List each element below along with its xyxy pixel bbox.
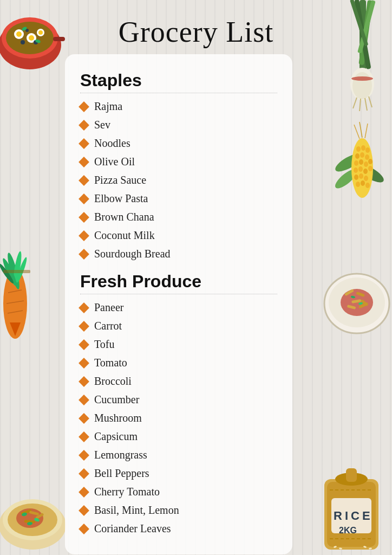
svg-point-59 [5,252,22,291]
svg-point-29 [332,166,360,191]
item-label: Coconut Milk [94,228,155,243]
svg-rect-83 [24,520,35,524]
svg-point-74 [351,295,356,298]
item-label: Paneer [94,300,123,315]
section-divider-staples [80,93,277,93]
list-item: Coriander Leaves [80,521,277,537]
svg-point-30 [351,138,373,198]
list-item: Bell Peppers [80,466,277,481]
svg-point-35 [360,152,364,158]
section-title-fresh-produce: Fresh Produce [80,272,277,292]
diamond-icon [79,321,89,332]
diamond-icon [79,431,89,442]
diamond-icon [79,358,89,369]
svg-rect-81 [21,509,32,515]
deco-rice-bag: RICE 2KG [316,457,387,555]
deco-corn [332,119,387,217]
list-item: Noodles [80,135,277,151]
svg-point-44 [368,166,373,171]
section-divider-fresh-produce [80,294,277,294]
list-item: Basil, Mint, Lemon [80,502,277,518]
list-item: Lemongrass [80,447,277,463]
svg-point-79 [8,504,57,536]
deco-pasta-plate [322,260,392,341]
svg-rect-71 [361,299,369,306]
svg-point-27 [333,150,364,175]
svg-rect-94 [331,498,371,533]
diamond-icon [79,175,89,186]
svg-point-38 [359,159,363,165]
svg-point-100 [369,547,372,550]
diamond-icon [79,395,89,405]
svg-point-62 [15,256,29,283]
svg-rect-89 [327,482,376,547]
item-label: Pizza Sauce [94,172,146,188]
item-label: Sourdough Bread [94,246,171,262]
item-label: Cherry Tomato [94,484,160,500]
svg-point-66 [329,278,385,327]
svg-point-48 [356,182,360,187]
diamond-icon [79,249,89,260]
list-item: Rajma [80,99,277,114]
svg-point-63 [0,263,15,285]
list-item: Cucumber [80,392,277,408]
diamond-icon [79,505,89,516]
svg-point-78 [3,499,62,540]
svg-point-20 [350,68,374,100]
svg-point-54 [3,268,27,339]
list-item: Capsicum [80,429,277,444]
item-label: Noodles [94,135,130,151]
svg-rect-88 [324,479,378,550]
svg-line-58 [8,311,23,313]
svg-point-77 [0,501,66,550]
svg-text:2KG: 2KG [339,526,357,535]
list-item: Tomato [80,355,277,371]
list-item: Mushroom [80,410,277,426]
main-card: Staples RajmaSevNoodlesOlive OilPizza Sa… [65,54,292,554]
diamond-icon [79,138,89,149]
staples-list: RajmaSevNoodlesOlive OilPizza SauceElbow… [80,99,277,262]
svg-point-36 [365,154,369,160]
diamond-icon [79,212,89,223]
svg-point-97 [334,546,337,548]
item-label: Coriander Leaves [94,521,171,537]
svg-point-90 [335,473,368,486]
deco-carrot [0,228,38,347]
item-label: Carrot [94,318,122,334]
svg-point-76 [324,274,389,333]
svg-rect-69 [356,292,365,297]
diamond-icon [79,468,89,479]
svg-point-32 [361,145,365,151]
diamond-icon [79,101,89,112]
list-item: Pizza Sauce [80,172,277,188]
item-label: Tofu [94,337,114,352]
svg-point-33 [365,147,370,153]
svg-line-57 [6,301,24,304]
svg-point-21 [352,72,372,99]
svg-point-42 [358,166,363,172]
svg-point-86 [34,517,40,522]
svg-rect-82 [29,511,40,515]
diamond-icon [79,120,89,131]
svg-line-22 [353,98,357,108]
item-label: Broccoli [94,373,132,389]
svg-line-23 [360,99,361,111]
page-title: Grocery List [0,0,392,54]
svg-rect-73 [358,302,368,308]
diamond-icon [79,339,89,350]
list-item: Cherry Tomato [80,484,277,500]
list-item: Broccoli [80,373,277,389]
item-label: Brown Chana [94,209,154,225]
svg-point-45 [354,175,358,180]
svg-rect-91 [346,468,357,482]
list-item: Carrot [80,318,277,334]
svg-line-52 [360,122,362,138]
svg-point-31 [356,146,361,152]
list-item: Sev [80,117,277,133]
svg-rect-64 [3,270,30,273]
svg-point-41 [354,167,358,173]
item-label: Lemongrass [94,447,147,463]
svg-point-98 [339,547,342,550]
svg-point-46 [359,173,363,179]
item-label: Cucumber [94,392,139,408]
